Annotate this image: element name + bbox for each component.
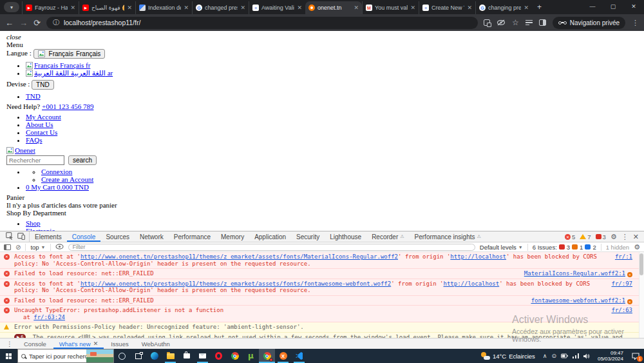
devtools-tab-memory[interactable]: Memory xyxy=(216,231,249,242)
stack-link[interactable]: fr/:63:24 xyxy=(33,314,65,320)
issues-summary[interactable]: 6 Issues: 3 1 2 xyxy=(533,244,596,251)
source-link[interactable]: MaterialIcons-Regular.woff2:1 xyxy=(524,270,625,277)
devtools-tab-performance[interactable]: Performance xyxy=(169,231,216,242)
search-input[interactable] xyxy=(6,155,64,165)
devtools-settings-icon[interactable]: ⚙ xyxy=(611,233,617,241)
reload-icon[interactable]: ⟳ xyxy=(33,19,41,27)
devtools-tab-console[interactable]: Console xyxy=(67,231,101,242)
create-account-link[interactable]: Create an Account xyxy=(41,175,93,183)
address-bar[interactable]: ⓘ localhost/prestashop11/fr/ xyxy=(46,17,478,29)
incognito-badge[interactable]: Navigation privée xyxy=(553,17,625,29)
devtools-tab-lighthouse[interactable]: Lighthouse xyxy=(325,231,366,242)
devtools-tab-sources[interactable]: Sources xyxy=(100,231,135,242)
volume-icon[interactable] xyxy=(583,353,590,359)
drawer-tab-whats-new[interactable]: What's new✕ xyxy=(53,338,104,349)
error-count[interactable]: ✕5 xyxy=(565,233,575,240)
search-button[interactable]: search xyxy=(68,155,97,165)
devtools-tab-network[interactable]: Network xyxy=(135,231,169,242)
opera-button[interactable] xyxy=(211,349,227,363)
source-link[interactable]: fontawesome-webfont.woff2:1 xyxy=(531,297,625,304)
maximize-button[interactable]: ▢ xyxy=(603,0,623,13)
browser-tab-2[interactable]: ▶ قهوة الصباح 🥐❤🎧 ✕ xyxy=(79,1,135,14)
devtools-tab-security[interactable]: Security xyxy=(291,231,325,242)
currency-selector-button[interactable]: TND xyxy=(32,80,54,90)
side-panel-icon[interactable] xyxy=(539,19,546,26)
tab-close-icon[interactable]: ✕ xyxy=(410,5,415,11)
warning-count[interactable]: 7 xyxy=(580,233,591,240)
drawer-tab-webauthn[interactable]: WebAuthn xyxy=(136,338,176,349)
language-option-ar[interactable]: اللغة العربية اللغة العربية ar xyxy=(26,69,113,77)
tab-close-icon[interactable]: ✕ xyxy=(354,5,359,11)
drawer-tab-issues[interactable]: Issues xyxy=(105,338,134,349)
inspect-element-icon[interactable] xyxy=(6,232,14,241)
phone-link[interactable]: +001 123 456 789 xyxy=(42,103,93,110)
vscode-button[interactable] xyxy=(291,349,307,363)
chrome-incognito-active-button[interactable] xyxy=(259,349,275,363)
language-option-fr[interactable]: Français Français fr xyxy=(26,61,90,69)
new-tab-button[interactable]: + xyxy=(532,3,547,12)
connexion-link[interactable]: Connexion xyxy=(41,168,72,175)
browser-tab-9[interactable]: G changing prestashop ✕ xyxy=(475,1,532,14)
source-link[interactable]: fr/:63 xyxy=(611,307,632,314)
devtools-tab-elements[interactable]: Elements xyxy=(30,231,67,242)
bookmark-star-icon[interactable]: ☆ xyxy=(512,18,519,27)
nav-link-about-us[interactable]: About Us xyxy=(26,121,53,128)
origin-url-link[interactable]: http://localhost xyxy=(450,253,506,260)
group-count-badge[interactable]: ▶6 xyxy=(14,334,26,338)
browser-tab-8[interactable]: ≡ Create New Topic - P ✕ xyxy=(419,1,475,14)
live-expression-eye-icon[interactable] xyxy=(55,244,64,251)
microsoft-store-button[interactable] xyxy=(178,349,194,363)
browser-menu-icon[interactable]: ⋮ xyxy=(632,19,639,27)
battery-icon[interactable] xyxy=(561,353,568,358)
tab-close-icon[interactable]: ✕ xyxy=(184,5,189,11)
task-view-button[interactable] xyxy=(130,349,146,363)
back-icon[interactable]: ← xyxy=(5,19,14,27)
nav-link-my-account[interactable]: My Account xyxy=(26,113,61,121)
drawer-menu-icon[interactable]: ⋮ xyxy=(3,340,17,348)
cart-link[interactable]: 0 My Cart 0.000 TND xyxy=(26,183,89,191)
clear-console-icon[interactable]: ⊘ xyxy=(15,244,21,251)
cortana-button[interactable] xyxy=(114,349,130,363)
devtools-close-icon[interactable]: ✕ xyxy=(633,233,639,241)
tab-search-button[interactable]: ▾ xyxy=(4,2,19,12)
minimize-button[interactable]: — xyxy=(582,0,603,13)
eye-off-icon[interactable] xyxy=(497,19,506,26)
weather-widget[interactable]: 14°C Eclaircies xyxy=(477,349,539,363)
browser-tab-6-active[interactable]: onenet.tn ✕ xyxy=(305,1,362,14)
tab-close-icon[interactable]: ✕ xyxy=(70,5,75,11)
font-url-link[interactable]: http://www.onenet.tn/prestashop11/themes… xyxy=(80,253,398,260)
console-filter-input[interactable] xyxy=(68,244,475,251)
source-link[interactable]: fr/:1 xyxy=(615,253,632,260)
devtools-tab-application[interactable]: Application xyxy=(249,231,291,242)
tab-close-icon[interactable]: ✕ xyxy=(297,5,302,11)
log-levels-selector[interactable]: Default levels▼ xyxy=(480,244,523,251)
file-explorer-button[interactable] xyxy=(162,349,178,363)
forward-icon[interactable]: → xyxy=(19,19,28,27)
utorrent-button[interactable]: µ xyxy=(243,349,259,363)
chrome-button[interactable] xyxy=(227,349,243,363)
tab-close-icon[interactable]: ✕ xyxy=(127,5,132,11)
browser-tab-5[interactable]: ≡ Awaiting Validation - ✕ xyxy=(249,1,305,14)
translate-icon[interactable] xyxy=(484,19,490,26)
tab-close-icon[interactable]: ✕ xyxy=(524,5,529,11)
drawer-tab-console[interactable]: Console xyxy=(18,338,52,349)
taskbar-search[interactable]: Taper ici pour rechercher xyxy=(17,349,114,363)
hidden-icons-chevron[interactable]: ∧ xyxy=(543,353,547,359)
tab-close-icon[interactable]: ✕ xyxy=(467,5,472,11)
action-center-button[interactable]: 1 xyxy=(627,349,644,363)
console-sidebar-icon[interactable] xyxy=(4,244,11,250)
close-link[interactable]: close xyxy=(6,34,638,41)
origin-url-link[interactable]: http://localhost xyxy=(443,280,499,287)
console-settings-icon[interactable]: ⚙ xyxy=(634,243,640,251)
source-link[interactable]: fr/:97 xyxy=(611,280,632,288)
devtools-menu-icon[interactable]: ⋮ xyxy=(621,233,629,241)
browser-tab-7[interactable]: M You must validate yo ✕ xyxy=(362,1,419,14)
logo-link[interactable]: Onenet xyxy=(6,146,35,154)
context-selector[interactable]: top▼ xyxy=(30,244,45,251)
scrollbar-thumb[interactable] xyxy=(639,253,643,275)
console-scrollbar[interactable] xyxy=(639,252,644,338)
nav-link-contact-us[interactable]: Contact Us xyxy=(26,128,57,136)
mail-button[interactable] xyxy=(194,349,211,363)
department-shop-link[interactable]: Shop xyxy=(26,219,41,227)
edge-button[interactable] xyxy=(146,349,162,363)
